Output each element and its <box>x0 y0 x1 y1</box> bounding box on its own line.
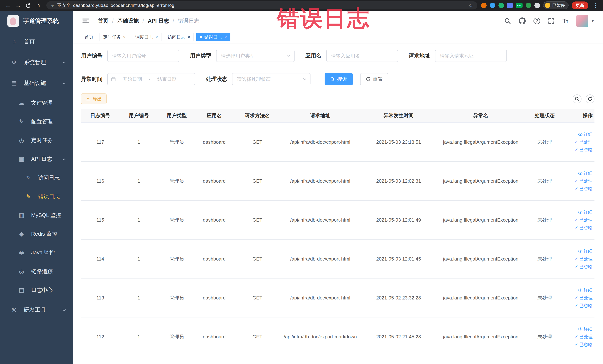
breadcrumb-item[interactable]: 基础设施 <box>117 17 139 25</box>
tab-home[interactable]: 首页 <box>81 33 97 41</box>
ignore-link[interactable]: ✓已忽略 <box>575 264 593 270</box>
tab-schedule-log[interactable]: 调度日志 × <box>132 33 162 41</box>
process-link[interactable]: ✓已处理 <box>575 217 593 223</box>
forward-icon[interactable]: → <box>14 2 23 9</box>
user-type-select[interactable] <box>216 50 295 62</box>
sidebar-item-infrastructure[interactable]: ▤ 基础设施 <box>0 73 73 94</box>
sidebar-item-scheduled-tasks[interactable]: ◷ 定时任务 <box>0 131 73 150</box>
extension-icon[interactable] <box>490 3 495 8</box>
close-icon[interactable]: × <box>224 35 227 39</box>
sidebar-item-file-management[interactable]: ☁ 文件管理 <box>0 94 73 112</box>
field-label: 异常时间 <box>81 75 103 83</box>
process-link[interactable]: ✓已处理 <box>575 334 593 340</box>
sidebar-item-error-log[interactable]: ✎ 错误日志 <box>0 187 73 206</box>
process-link[interactable]: ✓已处理 <box>575 256 593 262</box>
reload-icon[interactable] <box>24 2 33 9</box>
detail-link[interactable]: 详细 <box>578 209 593 215</box>
close-icon[interactable]: × <box>188 35 190 39</box>
avatar[interactable] <box>576 15 588 27</box>
profile-paused-badge[interactable]: 已暂停 <box>543 1 568 9</box>
sidebar-item-home[interactable]: ⌂ 首页 <box>0 31 73 52</box>
sidebar-item-dev-tools[interactable]: ⚒ 研发工具 <box>0 299 73 320</box>
sidebar-item-mysql-monitor[interactable]: ▥ MySQL 监控 <box>0 206 73 224</box>
browser-home-icon[interactable]: ⌂ <box>34 2 43 9</box>
extension-icon[interactable] <box>526 3 531 8</box>
chrome-update-button[interactable]: 更新 <box>572 1 588 9</box>
tab-access-log[interactable]: 访问日志 × <box>164 33 194 41</box>
avatar-caret-icon[interactable]: ▾ <box>592 19 594 23</box>
extension-icon[interactable] <box>499 3 504 8</box>
request-url-input[interactable] <box>435 50 507 62</box>
cell-user-type: 管理员 <box>158 178 196 184</box>
breadcrumb-item[interactable]: API 日志 <box>148 17 169 25</box>
help-icon[interactable]: ? <box>533 18 540 24</box>
search-button-label: 搜索 <box>337 76 347 82</box>
app-logo-row[interactable]: 芋道管理系统 <box>0 11 73 31</box>
font-size-icon[interactable]: TT <box>562 17 568 24</box>
user-id-input[interactable] <box>107 50 179 62</box>
fullscreen-icon[interactable] <box>548 18 555 24</box>
ignore-link[interactable]: ✓已忽略 <box>575 303 593 309</box>
cell-user-id: 1 <box>120 334 158 340</box>
process-link[interactable]: ✓已处理 <box>575 139 593 145</box>
process-status-select-input[interactable] <box>232 73 311 85</box>
ignore-link[interactable]: ✓已忽略 <box>575 341 593 348</box>
reset-button[interactable]: 重置 <box>360 73 388 85</box>
cell-url: /api/infra/db-doc/export-html <box>282 217 359 223</box>
browser-menu-icon[interactable]: ⋮ <box>593 2 599 9</box>
extension-icon[interactable] <box>534 3 540 8</box>
detail-link[interactable]: 详细 <box>578 287 593 293</box>
sidebar-item-log-center[interactable]: ▤ 日志中心 <box>0 281 73 299</box>
ignore-link[interactable]: ✓已忽略 <box>575 225 593 231</box>
detail-link[interactable]: 详细 <box>578 248 593 254</box>
extension-on-badge[interactable]: on <box>516 3 522 8</box>
sidebar-item-java-monitor[interactable]: ◉ Java 监控 <box>0 243 73 262</box>
date-range-picker[interactable]: - <box>107 73 195 85</box>
ignore-link[interactable]: ✓已忽略 <box>575 186 593 192</box>
detail-link[interactable]: 详细 <box>578 170 593 176</box>
breadcrumb-current: 错误日志 <box>178 17 199 25</box>
sidebar-collapse-icon[interactable] <box>82 17 90 25</box>
detail-link[interactable]: 详细 <box>578 131 593 137</box>
sidebar-item-access-log[interactable]: ✎ 访问日志 <box>0 168 73 187</box>
tab-error-log[interactable]: 错误日志 × <box>196 33 231 41</box>
breadcrumb-item[interactable]: 首页 <box>98 17 108 25</box>
refresh-button[interactable] <box>586 94 594 103</box>
github-icon[interactable] <box>519 17 526 24</box>
close-icon[interactable]: × <box>123 35 126 39</box>
process-link[interactable]: ✓已处理 <box>575 178 593 184</box>
user-type-select-input[interactable] <box>216 50 295 62</box>
export-button[interactable]: 导出 <box>81 94 107 104</box>
sidebar-item-api-logs[interactable]: ▣ API 日志 <box>0 150 73 168</box>
sidebar-item-redis-monitor[interactable]: ◆ Redis 监控 <box>0 224 73 243</box>
table-row: 113 1 管理员 dashboard GET /api/infra/db-do… <box>81 279 594 317</box>
start-date-input[interactable] <box>118 76 147 82</box>
column-header: 用户编号 <box>120 112 158 119</box>
close-icon[interactable]: × <box>155 35 158 39</box>
extension-icon[interactable] <box>507 3 513 8</box>
end-date-input[interactable] <box>152 76 182 82</box>
app-name-input[interactable] <box>326 50 398 62</box>
tab-scheduled-tasks[interactable]: 定时任务 × <box>100 33 129 41</box>
cell-exception: java.lang.IllegalArgumentException <box>438 178 523 184</box>
gear-icon: ⚙ <box>10 59 18 66</box>
back-icon[interactable]: ← <box>4 2 13 9</box>
toggle-search-button[interactable] <box>573 94 581 103</box>
filter-user-id: 用户编号 <box>81 50 179 62</box>
search-button[interactable]: 搜索 <box>325 73 353 85</box>
search-icon[interactable] <box>504 18 511 24</box>
sidebar-item-system-management[interactable]: ⚙ 系统管理 <box>0 52 73 73</box>
extension-icon[interactable] <box>481 3 487 8</box>
security-label[interactable]: 不安全 <box>57 2 70 8</box>
process-status-select[interactable] <box>232 73 311 85</box>
detail-link[interactable]: 详细 <box>578 326 593 332</box>
ignore-link[interactable]: ✓已忽略 <box>575 147 593 153</box>
address-bar[interactable]: ⚠ 不安全 dashboard.yudao.iocoder.cn/infra/l… <box>46 1 477 10</box>
bookmark-star-icon[interactable]: ☆ <box>468 2 473 9</box>
header-actions: ? TT ▾ <box>504 15 594 27</box>
cell-time: 2021-05-02 23:32:28 <box>359 295 438 301</box>
sidebar-item-tracing[interactable]: ◎ 链路追踪 <box>0 262 73 281</box>
cell-method: GET <box>233 334 282 340</box>
process-link[interactable]: ✓已处理 <box>575 295 593 301</box>
sidebar-item-config-management[interactable]: ✎ 配置管理 <box>0 112 73 131</box>
